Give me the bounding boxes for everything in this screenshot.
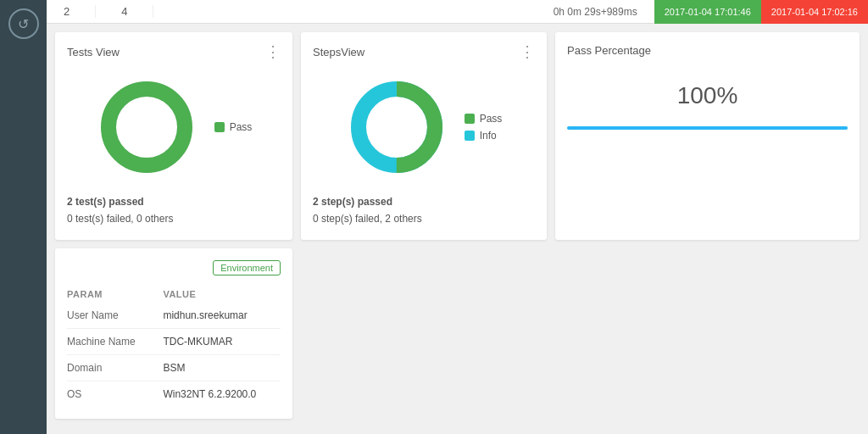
steps-pass-dot [465, 114, 475, 124]
steps-legend-pass: Pass [465, 113, 503, 125]
svg-point-1 [108, 89, 185, 165]
pass-card-title: Pass Percentage [567, 44, 651, 57]
env-table-header-row: PARAM VALUE [67, 286, 281, 303]
steps-card-title: StepsView [313, 46, 364, 58]
environment-card: Environment PARAM VALUE User Namemidhun.… [55, 248, 292, 419]
top-row: Tests View ⋮ Pass 2 test( [55, 32, 860, 240]
env-param-cell: User Name [67, 303, 163, 329]
top-bar: 2 4 0h 0m 29s+989ms 2017-01-04 17:01:46 … [47, 0, 868, 24]
top-num-2: 4 [96, 5, 153, 18]
tests-legend: Pass [214, 121, 253, 133]
pass-percentage-card: Pass Percentage 100% [555, 32, 860, 240]
timestamp-start-button[interactable]: 2017-01-04 17:01:46 [654, 0, 761, 24]
steps-stats: 2 step(s) passed 0 step(s) failed, 2 oth… [313, 193, 535, 228]
tests-stat-failed: 0 test(s) failed, 0 others [67, 210, 281, 227]
env-param-cell: OS [67, 381, 163, 407]
tests-stat-passed: 2 test(s) passed [67, 193, 281, 210]
steps-card-header: StepsView ⋮ [313, 44, 535, 59]
tests-legend-pass: Pass [214, 121, 253, 133]
sidebar: ↺ [0, 0, 47, 427]
env-col-param: PARAM [67, 286, 163, 303]
tests-donut-container: Pass [67, 68, 281, 186]
pass-dot [214, 122, 225, 132]
env-value-cell: TDC-MKUMAR [163, 328, 281, 354]
env-table-row: User Namemidhun.sreekumar [67, 303, 281, 329]
tests-stats: 2 test(s) passed 0 test(s) failed, 0 oth… [67, 193, 281, 228]
sidebar-logo[interactable]: ↺ [8, 8, 39, 39]
steps-info-dot [465, 131, 475, 141]
progress-bar-fill [567, 126, 848, 130]
tests-card-header: Tests View ⋮ [67, 44, 281, 59]
env-value-cell: Win32NT 6.2.9200.0 [163, 381, 281, 407]
pass-label: Pass [230, 121, 253, 133]
logo-icon: ↺ [18, 16, 29, 32]
env-badge: Environment [213, 260, 281, 275]
steps-donut-container: Pass Info [313, 68, 535, 186]
env-value-cell: midhun.sreekumar [163, 303, 281, 329]
steps-stat-failed: 0 step(s) failed, 2 others [313, 210, 535, 227]
steps-donut [346, 76, 448, 178]
timestamp-end-button[interactable]: 2017-01-04 17:02:16 [761, 0, 868, 24]
tests-card-menu[interactable]: ⋮ [265, 44, 281, 59]
env-header: Environment [67, 260, 281, 275]
top-num-1: 2 [47, 5, 96, 18]
env-param-cell: Domain [67, 354, 163, 381]
env-table-row: OSWin32NT 6.2.9200.0 [67, 381, 281, 407]
steps-card-menu[interactable]: ⋮ [520, 44, 535, 59]
pass-percentage-value: 100% [567, 82, 848, 109]
pass-card-header: Pass Percentage [567, 44, 848, 57]
progress-bar-container [567, 126, 848, 130]
env-table-row: DomainBSM [67, 354, 281, 381]
tests-passed-text: 2 test(s) passed [67, 196, 144, 208]
steps-legend: Pass Info [465, 113, 503, 142]
env-col-value: VALUE [163, 286, 281, 303]
env-table: PARAM VALUE User Namemidhun.sreekumarMac… [67, 286, 281, 407]
right-spacer [301, 248, 860, 419]
env-table-row: Machine NameTDC-MKUMAR [67, 328, 281, 354]
steps-legend-info: Info [465, 130, 503, 142]
tests-failed-text: 0 test(s) failed, 0 others [67, 213, 173, 225]
steps-pass-label: Pass [480, 113, 503, 125]
steps-passed-text: 2 step(s) passed [313, 196, 392, 208]
main-content: Tests View ⋮ Pass 2 test( [47, 24, 868, 427]
tests-donut [96, 76, 198, 178]
duration-text: 0h 0m 29s+989ms [537, 6, 654, 18]
tests-card-title: Tests View [67, 46, 120, 58]
bottom-row: Environment PARAM VALUE User Namemidhun.… [55, 248, 860, 419]
steps-view-card: StepsView ⋮ Pass [301, 32, 547, 240]
env-value-cell: BSM [163, 354, 281, 381]
env-param-cell: Machine Name [67, 328, 163, 354]
steps-failed-text: 0 step(s) failed, 2 others [313, 213, 422, 225]
steps-info-label: Info [480, 130, 497, 142]
tests-view-card: Tests View ⋮ Pass 2 test( [55, 32, 292, 240]
steps-stat-passed: 2 step(s) passed [313, 193, 535, 210]
